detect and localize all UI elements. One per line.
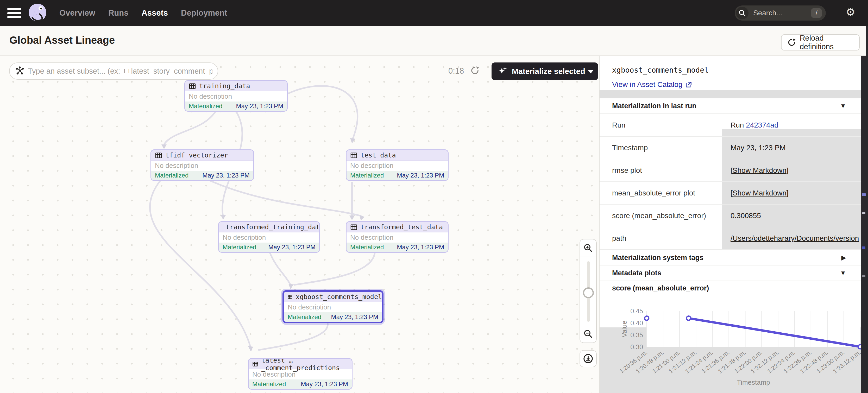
run-id-link[interactable]: 242374ad <box>746 121 778 129</box>
table-icon <box>155 152 162 159</box>
nav-item-runs[interactable]: Runs <box>108 8 129 18</box>
node-footer: MaterializedMay 23, 1:23 PM <box>284 312 382 322</box>
metadata-key: mean_absolute_error plot <box>599 182 722 204</box>
asset-filter-input-wrap <box>9 62 218 79</box>
asset-node-transformed_test_data[interactable]: transformed_test_dataNo descriptionMater… <box>346 221 448 253</box>
node-timestamp: May 23, 1:23 PM <box>397 243 444 251</box>
section-label: Metadata plots <box>612 269 661 277</box>
node-name: xgboost_comments_model <box>296 293 382 301</box>
catalog-link-label: View in Asset Catalog <box>612 80 682 89</box>
nav-item-overview[interactable]: Overview <box>59 8 95 18</box>
node-status: Materialized <box>252 381 286 388</box>
value-link[interactable]: [Show Markdown] <box>731 166 788 174</box>
metadata-value: May 23, 1:23 PM <box>722 137 861 159</box>
node-footer: MaterializedMay 23, 1:23 PM <box>151 171 253 180</box>
panel-scrollbar-track[interactable] <box>599 90 861 98</box>
section-metadata-plots[interactable]: Metadata plots ▼ <box>599 265 861 281</box>
metadata-value: 0.300855 <box>722 204 861 227</box>
zoom-in-button[interactable] <box>580 239 596 257</box>
right-scrollbar[interactable] <box>861 56 868 393</box>
score-line-chart[interactable]: 0.450.400.350.301:20:36 p.m.1:20:48 p.m.… <box>599 281 861 393</box>
reload-definitions-button[interactable]: Reload definitions <box>781 34 860 51</box>
nav-item-assets[interactable]: Assets <box>142 8 168 18</box>
page-title: Global Asset Lineage <box>9 34 115 46</box>
asset-lineage-graph[interactable]: training_dataNo descriptionMaterializedM… <box>0 56 599 393</box>
asset-graph-icon <box>16 66 24 76</box>
asset-node-tfidf_vectorizer[interactable]: tfidf_vectorizerNo descriptionMaterializ… <box>151 150 254 181</box>
chevron-down-icon: ▼ <box>840 269 846 277</box>
node-header: latest_…_comment_predictions <box>249 359 352 369</box>
asset-node-transformed_training_data[interactable]: transformed_training_dataNo descriptionM… <box>218 221 320 253</box>
node-description: No description <box>185 91 287 101</box>
settings-gear-icon[interactable]: ⚙ <box>846 6 856 19</box>
node-header: training_data <box>185 81 287 91</box>
download-graph-button[interactable] <box>580 350 597 367</box>
search-icon <box>736 7 748 19</box>
table-icon <box>252 360 258 368</box>
asset-name-title: xgboost_comments_model <box>612 66 709 74</box>
node-footer: MaterializedMay 23, 1:23 PM <box>346 242 448 252</box>
metadata-value[interactable]: Run 242374ad <box>722 114 861 136</box>
node-footer: MaterializedMay 23, 1:23 PM <box>185 101 287 111</box>
external-link-icon <box>685 81 692 88</box>
dagster-logo-icon[interactable] <box>26 2 49 26</box>
node-description: No description <box>284 302 382 312</box>
search-bar[interactable]: Search... / <box>735 5 826 21</box>
value-link[interactable]: [Show Markdown] <box>731 189 788 197</box>
chart-title: score (mean_absolute_error) <box>612 284 709 292</box>
node-timestamp: May 23, 1:23 PM <box>397 172 444 179</box>
svg-text:0.45: 0.45 <box>630 307 643 315</box>
download-icon <box>583 354 593 364</box>
metadata-table: RunRun 242374adTimestampMay 23, 1:23 PMr… <box>599 114 861 250</box>
node-status: Materialized <box>350 243 384 251</box>
asset-node-training_data[interactable]: training_dataNo descriptionMaterializedM… <box>184 80 288 112</box>
node-timestamp: May 23, 1:23 PM <box>269 243 315 251</box>
timer-refresh-icon[interactable] <box>470 66 479 76</box>
node-description: No description <box>346 161 448 171</box>
metadata-value[interactable]: [Show Markdown] <box>722 159 861 182</box>
node-footer: MaterializedMay 23, 1:23 PM <box>219 242 319 252</box>
materialize-selected-button[interactable]: Materialize selected <box>492 62 598 80</box>
menu-icon[interactable] <box>7 8 21 18</box>
node-timestamp: May 23, 1:23 PM <box>203 172 250 179</box>
view-in-asset-catalog-link[interactable]: View in Asset Catalog <box>612 80 692 89</box>
metadata-key: path <box>599 227 722 249</box>
metadata-row-Timestamp: TimestampMay 23, 1:23 PM <box>599 137 861 159</box>
top-nav: OverviewRunsAssetsDeployment Search... /… <box>0 0 868 26</box>
svg-text:0.30: 0.30 <box>630 343 643 351</box>
zoom-out-button[interactable] <box>580 325 596 342</box>
asset-node-xgboost_comments_model[interactable]: xgboost_comments_modelNo descriptionMate… <box>282 290 383 323</box>
node-status: Materialized <box>288 314 321 321</box>
asset-subset-input[interactable] <box>28 67 212 75</box>
node-name: tfidf_vectorizer <box>165 152 228 159</box>
metadata-row-score-mean_absolute_error-: score (mean_absolute_error)0.300855 <box>599 204 861 227</box>
node-footer: MaterializedMay 23, 1:23 PM <box>249 380 352 389</box>
node-status: Materialized <box>223 243 256 251</box>
nav-item-deployment[interactable]: Deployment <box>181 8 227 18</box>
value-link[interactable]: /Users/odetteharary/Documents/version <box>731 234 859 242</box>
asset-node-test_data[interactable]: test_dataNo descriptionMaterializedMay 2… <box>346 150 448 181</box>
node-name: test_data <box>361 152 396 159</box>
nav-links: OverviewRunsAssetsDeployment <box>59 0 227 26</box>
zoom-slider-knob[interactable] <box>583 287 594 298</box>
refresh-icon <box>787 38 796 47</box>
metadata-value[interactable]: [Show Markdown] <box>722 182 861 204</box>
section-materialization-system-tags[interactable]: Materialization system tags ▶ <box>599 250 861 265</box>
asset-node-latest_-_comment_predictions[interactable]: latest_…_comment_predictionsNo descripti… <box>248 358 352 390</box>
svg-text:Timestamp: Timestamp <box>737 379 770 386</box>
materialize-dropdown-caret[interactable] <box>588 70 594 73</box>
section-materialization-last-run[interactable]: Materialization in last run ▼ <box>599 98 861 114</box>
node-header: test_data <box>346 150 448 161</box>
button-divider <box>582 66 582 77</box>
reload-definitions-label: Reload definitions <box>800 34 859 51</box>
table-icon <box>189 83 196 90</box>
search-placeholder: Search... <box>753 9 811 17</box>
table-icon <box>288 293 292 301</box>
metadata-key: rmse plot <box>599 159 722 182</box>
node-description: No description <box>219 232 319 242</box>
metadata-value[interactable]: /Users/odetteharary/Documents/version <box>722 227 861 249</box>
node-name: transformed_training_data <box>226 223 320 231</box>
section-label: Materialization system tags <box>612 254 704 262</box>
zoom-controls <box>580 239 597 343</box>
svg-text:Value: Value <box>620 321 628 337</box>
